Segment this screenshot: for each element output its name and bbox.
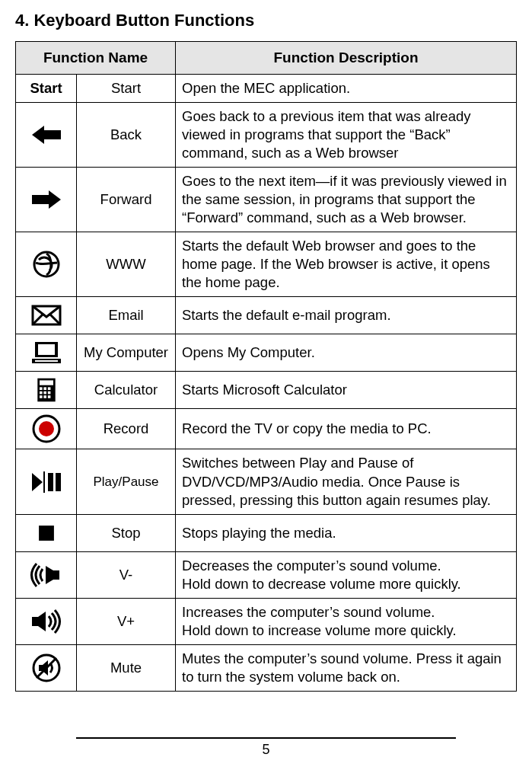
fn-name: Forward bbox=[77, 168, 176, 232]
svg-rect-10 bbox=[40, 388, 43, 391]
fn-desc: Stops playing the media. bbox=[176, 514, 517, 551]
www-icon bbox=[16, 232, 77, 297]
fn-desc: Switches between Play and Pause of DVD/V… bbox=[176, 449, 517, 514]
footer-rule bbox=[76, 737, 456, 739]
fn-name: WWW bbox=[77, 232, 176, 297]
table-row: V+ Increases the computer’s sound volume… bbox=[16, 598, 517, 644]
header-function-name: Function Name bbox=[16, 42, 176, 75]
functions-table: Function Name Function Description Start… bbox=[15, 41, 517, 692]
email-icon bbox=[16, 297, 77, 334]
svg-marker-0 bbox=[32, 126, 61, 144]
svg-marker-21 bbox=[32, 473, 43, 491]
page-number: 5 bbox=[15, 742, 517, 764]
fn-name: Start bbox=[77, 75, 176, 103]
svg-point-20 bbox=[39, 421, 54, 436]
svg-marker-27 bbox=[32, 612, 46, 631]
volume-up-icon bbox=[16, 598, 77, 644]
stop-icon bbox=[16, 514, 77, 551]
svg-rect-18 bbox=[47, 396, 50, 399]
fn-desc: Starts the default Web browser and goes … bbox=[176, 232, 517, 297]
svg-rect-14 bbox=[43, 391, 46, 395]
svg-rect-13 bbox=[40, 391, 43, 395]
fn-name: V+ bbox=[77, 598, 176, 644]
fn-name: Calculator bbox=[77, 372, 176, 409]
svg-rect-24 bbox=[56, 473, 61, 491]
fn-desc: Goes to the next item—if it was previous… bbox=[176, 168, 517, 232]
table-row: Calculator Starts Microsoft Calculator bbox=[16, 372, 517, 409]
fn-name: V- bbox=[77, 551, 176, 598]
start-text-icon: Start bbox=[16, 75, 77, 103]
table-row: Play/Pause Switches between Play and Pau… bbox=[16, 449, 517, 514]
svg-marker-1 bbox=[32, 190, 61, 209]
fn-name: Mute bbox=[77, 644, 176, 691]
fn-desc: Goes back to a previous item that was al… bbox=[176, 103, 517, 168]
table-row: Stop Stops playing the media. bbox=[16, 514, 517, 551]
svg-rect-23 bbox=[48, 473, 53, 491]
fn-desc: Mutes the computer’s sound volume. Press… bbox=[176, 644, 517, 691]
fn-name: Back bbox=[77, 103, 176, 168]
fn-desc: Decreases the computer’s sound volume.Ho… bbox=[176, 551, 517, 598]
svg-marker-26 bbox=[46, 566, 59, 584]
back-icon bbox=[16, 103, 77, 168]
fn-desc: Starts the default e-mail program. bbox=[176, 297, 517, 334]
svg-rect-25 bbox=[39, 526, 54, 541]
fn-name: Stop bbox=[77, 514, 176, 551]
svg-rect-11 bbox=[43, 388, 46, 391]
calculator-icon bbox=[16, 372, 77, 409]
svg-rect-16 bbox=[40, 396, 43, 399]
table-row: My Computer Opens My Computer. bbox=[16, 334, 517, 372]
fn-name: Play/Pause bbox=[77, 449, 176, 514]
fn-desc: Starts Microsoft Calculator bbox=[176, 372, 517, 409]
table-row: Start Start Open the MEC application. bbox=[16, 75, 517, 103]
svg-rect-5 bbox=[38, 344, 55, 355]
fn-name: My Computer bbox=[77, 334, 176, 372]
svg-rect-17 bbox=[43, 396, 46, 399]
fn-desc: Open the MEC application. bbox=[176, 75, 517, 103]
table-row: Email Starts the default e-mail program. bbox=[16, 297, 517, 334]
table-row: Forward Goes to the next item—if it was … bbox=[16, 168, 517, 232]
play-pause-icon bbox=[16, 449, 77, 514]
svg-rect-9 bbox=[40, 381, 53, 385]
computer-icon bbox=[16, 334, 77, 372]
mute-icon bbox=[16, 644, 77, 691]
section-heading: 4. Keyboard Button Functions bbox=[15, 11, 517, 30]
table-row: V- Decreases the computer’s sound volume… bbox=[16, 551, 517, 598]
header-function-description: Function Description bbox=[176, 42, 517, 75]
fn-desc: Record the TV or copy the media to PC. bbox=[176, 409, 517, 449]
fn-name: Record bbox=[77, 409, 176, 449]
svg-rect-7 bbox=[35, 360, 58, 362]
table-row: Record Record the TV or copy the media t… bbox=[16, 409, 517, 449]
fn-name: Email bbox=[77, 297, 176, 334]
table-row: Mute Mutes the computer’s sound volume. … bbox=[16, 644, 517, 691]
record-icon bbox=[16, 409, 77, 449]
fn-desc: Increases the computer’s sound volume.Ho… bbox=[176, 598, 517, 644]
svg-rect-12 bbox=[47, 388, 50, 391]
fn-desc: Opens My Computer. bbox=[176, 334, 517, 372]
table-row: WWW Starts the default Web browser and g… bbox=[16, 232, 517, 297]
volume-down-icon bbox=[16, 551, 77, 598]
svg-rect-15 bbox=[47, 391, 50, 395]
table-row: Back Goes back to a previous item that w… bbox=[16, 103, 517, 168]
forward-icon bbox=[16, 168, 77, 232]
